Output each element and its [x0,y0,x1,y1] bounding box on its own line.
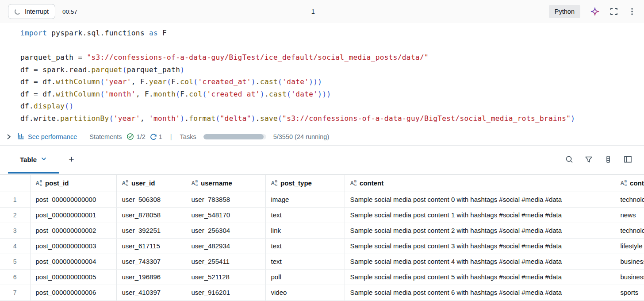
table-cell[interactable]: user_255411 [186,254,265,269]
results-table-wrap[interactable]: ABCpost_idABCuser_idABCusernameABCpost_t… [0,175,644,301]
table-row[interactable]: 3post_000000000002user_392251user_256304… [0,223,644,238]
table-cell[interactable]: text [265,238,345,254]
table-cell[interactable]: poll [265,269,345,285]
assistant-sparkle-icon[interactable] [590,7,600,16]
table-cell[interactable]: technology [615,223,644,238]
row-number: 2 [0,207,30,223]
table-cell[interactable]: business [615,254,644,269]
column-header-content[interactable]: ABCcontent [345,175,615,192]
language-selector[interactable]: Python [549,5,580,18]
table-cell[interactable]: text [265,254,345,269]
table-cell[interactable]: user_916201 [186,285,265,300]
execution-timer: 00:57 [62,8,77,15]
table-cell[interactable]: post_000000000003 [30,238,116,254]
table-cell[interactable]: Sample social media post content 5 with … [345,269,615,285]
table-cell[interactable]: Sample social media post content 0 with … [345,192,615,207]
statement-spinner-icon [150,133,157,140]
table-cell[interactable]: user_878058 [116,207,186,223]
table-cell[interactable]: user_506308 [116,192,186,207]
table-cell[interactable]: lifestyle [615,238,644,254]
cell-number: 1 [77,8,549,15]
add-visualization-button[interactable]: + [65,146,78,173]
collapse-chevron-icon[interactable] [5,133,12,140]
string-type-icon: ABC [621,180,627,186]
table-row[interactable]: 5post_000000000004user_743307user_255411… [0,254,644,269]
table-cell[interactable]: user_548170 [186,207,265,223]
see-performance-label: See performance [28,133,77,140]
table-cell[interactable]: Sample social media post content 2 with … [345,223,615,238]
toolbar-right: Python [549,5,636,18]
table-header-row: ABCpost_idABCuser_idABCusernameABCpost_t… [0,175,644,192]
table-row[interactable]: 6post_000000000005user_196896user_521128… [0,269,644,285]
code-line [20,39,633,52]
table-cell[interactable]: post_000000000006 [30,285,116,300]
table-cell[interactable]: user_392251 [116,223,186,238]
table-cell[interactable]: Sample social media post content 1 with … [345,207,615,223]
tab-table[interactable]: Table [8,146,59,173]
code-line: df.display() [20,100,633,112]
filter-icon[interactable] [584,155,593,164]
string-type-icon: ABC [122,180,129,186]
code-line: import pyspark.sql.functions as F [20,27,633,39]
row-number-header [0,175,30,192]
table-cell[interactable]: user_521128 [186,269,265,285]
row-number: 6 [0,269,30,285]
separator: | [170,133,172,140]
side-panel-icon[interactable] [623,155,632,164]
data-profile-icon[interactable] [604,155,613,164]
table-cell[interactable]: technology [615,192,644,207]
table-cell[interactable]: business [615,269,644,285]
table-cell[interactable]: sports [615,285,644,300]
table-cell[interactable]: Sample social media post content 6 with … [345,285,615,300]
table-row[interactable]: 4post_000000000003user_617115user_482934… [0,238,644,254]
table-cell[interactable]: post_000000000002 [30,223,116,238]
column-name: post_id [45,179,69,187]
table-row[interactable]: 7post_000000000006user_410397user_916201… [0,285,644,300]
tab-table-label: Table [20,156,37,163]
expand-fullscreen-icon[interactable] [610,7,618,16]
table-cell[interactable]: user_256304 [186,223,265,238]
table-row[interactable]: 1post_000000000000user_506308user_783858… [0,192,644,207]
statements-running-count: 1 [159,133,162,140]
kebab-menu-icon[interactable] [628,7,636,16]
statements-done-count: 1/2 [137,133,146,140]
table-cell[interactable]: Sample social media post content 3 with … [345,238,615,254]
column-header-post_id[interactable]: ABCpost_id [30,175,116,192]
column-header-post_type[interactable]: ABCpost_type [265,175,345,192]
table-cell[interactable]: user_410397 [116,285,186,300]
table-cell[interactable]: image [265,192,345,207]
table-cell[interactable]: post_000000000001 [30,207,116,223]
table-row[interactable]: 2post_000000000001user_878058user_548170… [0,207,644,223]
tasks-progress-fill [203,134,264,139]
row-number: 7 [0,285,30,300]
column-header-content_category[interactable]: ABCcontent_category [615,175,644,192]
string-type-icon: ABC [271,180,278,186]
column-name: content_category [630,179,644,187]
table-cell[interactable]: user_196896 [116,269,186,285]
table-cell[interactable]: Sample social media post content 4 with … [345,254,615,269]
table-cell[interactable]: user_482934 [186,238,265,254]
see-performance-link[interactable]: See performance [17,132,77,141]
string-type-icon: ABC [350,180,357,186]
column-header-username[interactable]: ABCusername [186,175,265,192]
bar-chart-icon [17,132,25,141]
results-toolbar: Table + [0,146,644,175]
table-cell[interactable]: user_743307 [116,254,186,269]
tasks-detail: 5/3550 (24 running) [273,133,330,140]
table-cell[interactable]: text [265,207,345,223]
table-cell[interactable]: user_617115 [116,238,186,254]
table-cell[interactable]: video [265,285,345,300]
execution-status-bar: See performance Statements 1/2 1 | Tasks… [0,128,644,146]
column-header-user_id[interactable]: ABCuser_id [116,175,186,192]
table-cell[interactable]: post_000000000000 [30,192,116,207]
code-editor[interactable]: import pyspark.sql.functions as F parque… [0,23,644,128]
table-cell[interactable]: post_000000000004 [30,254,116,269]
search-icon[interactable] [565,155,574,164]
interrupt-button[interactable]: Interrupt [8,4,55,19]
table-cell[interactable]: user_783858 [186,192,265,207]
table-cell[interactable]: link [265,223,345,238]
column-name: post_type [280,179,312,187]
table-cell[interactable]: news [615,207,644,223]
code-line: parquet_path = "s3://confessions-of-a-da… [20,51,633,64]
table-cell[interactable]: post_000000000005 [30,269,116,285]
